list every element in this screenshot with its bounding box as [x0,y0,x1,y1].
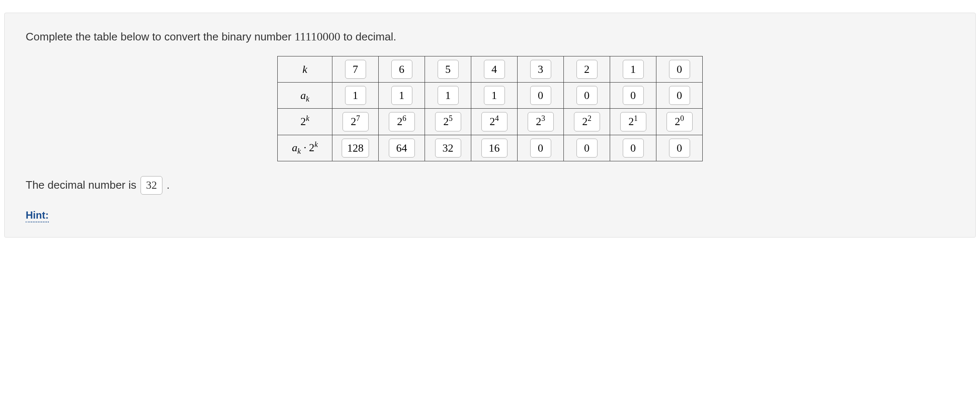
table-cell: 2 [564,56,610,83]
answer-line: The decimal number is 32 . [26,176,954,195]
cell-input[interactable]: 0 [576,139,598,158]
cell-input[interactable]: 5 [438,60,459,79]
table-cell: 1 [425,83,471,109]
cell-input[interactable]: 128 [342,139,369,158]
table-cell: 5 [425,56,471,83]
prompt-after: to decimal. [340,30,396,43]
cell-input[interactable]: 22 [574,112,600,131]
table-cell: 1 [610,56,656,83]
table-cell: 1 [332,83,379,109]
cell-input[interactable]: 6 [391,60,412,79]
table-wrapper: k76543210ak111100002k2726252423222120ak … [26,56,954,161]
question-panel: Complete the table below to convert the … [4,13,976,238]
table-cell: 1 [379,83,425,109]
row-label: ak [278,83,332,109]
table-cell: 0 [610,135,656,161]
table-cell: 0 [656,56,703,83]
table-cell: 25 [425,109,471,135]
table-cell: 6 [379,56,425,83]
binary-number: 11110000 [295,30,340,43]
cell-input[interactable]: 1 [623,60,644,79]
cell-input[interactable]: 0 [530,139,551,158]
table-cell: 24 [471,109,518,135]
row-label: ak · 2k [278,135,332,161]
table-cell: 1 [471,83,518,109]
cell-input[interactable]: 7 [345,60,366,79]
table-cell: 27 [332,109,379,135]
table-cell: 7 [332,56,379,83]
cell-input[interactable]: 0 [669,139,690,158]
cell-input[interactable]: 1 [484,86,505,105]
table-row: k76543210 [278,56,703,83]
cell-input[interactable]: 32 [435,139,461,158]
cell-input[interactable]: 2 [576,60,598,79]
table-cell: 128 [332,135,379,161]
table-cell: 22 [564,109,610,135]
table-cell: 64 [379,135,425,161]
prompt-before: Complete the table below to convert the … [26,30,295,43]
cell-input[interactable]: 0 [623,86,644,105]
table-cell: 3 [518,56,564,83]
cell-input[interactable]: 64 [389,139,415,158]
hint-toggle[interactable]: Hint: [26,209,49,222]
cell-input[interactable]: 27 [343,112,369,131]
table-cell: 0 [564,83,610,109]
cell-input[interactable]: 1 [438,86,459,105]
answer-after: . [167,179,170,192]
table-cell: 16 [471,135,518,161]
table-cell: 0 [518,135,564,161]
cell-input[interactable]: 0 [669,86,690,105]
table-cell: 20 [656,109,703,135]
table-cell: 0 [610,83,656,109]
cell-input[interactable]: 1 [345,86,366,105]
table-cell: 23 [518,109,564,135]
cell-input[interactable]: 1 [391,86,412,105]
decimal-answer-input[interactable]: 32 [141,176,162,195]
table-cell: 0 [564,135,610,161]
cell-input[interactable]: 23 [528,112,554,131]
table-cell: 0 [656,83,703,109]
row-label: k [278,56,332,83]
answer-before: The decimal number is [26,179,136,192]
table-cell: 32 [425,135,471,161]
cell-input[interactable]: 0 [576,86,598,105]
cell-input[interactable]: 21 [620,112,646,131]
table-cell: 21 [610,109,656,135]
cell-input[interactable]: 24 [481,112,507,131]
cell-input[interactable]: 0 [623,139,644,158]
table-row: ak · 2k1286432160000 [278,135,703,161]
conversion-table: k76543210ak111100002k2726252423222120ak … [277,56,703,161]
table-row: 2k2726252423222120 [278,109,703,135]
cell-input[interactable]: 4 [484,60,505,79]
cell-input[interactable]: 20 [667,112,693,131]
cell-input[interactable]: 3 [530,60,551,79]
table-cell: 0 [656,135,703,161]
question-prompt: Complete the table below to convert the … [26,30,954,43]
cell-input[interactable]: 16 [481,139,507,158]
table-row: ak11110000 [278,83,703,109]
cell-input[interactable]: 0 [530,86,551,105]
cell-input[interactable]: 26 [389,112,415,131]
row-label: 2k [278,109,332,135]
cell-input[interactable]: 25 [435,112,461,131]
table-cell: 0 [518,83,564,109]
table-cell: 26 [379,109,425,135]
cell-input[interactable]: 0 [669,60,690,79]
table-cell: 4 [471,56,518,83]
